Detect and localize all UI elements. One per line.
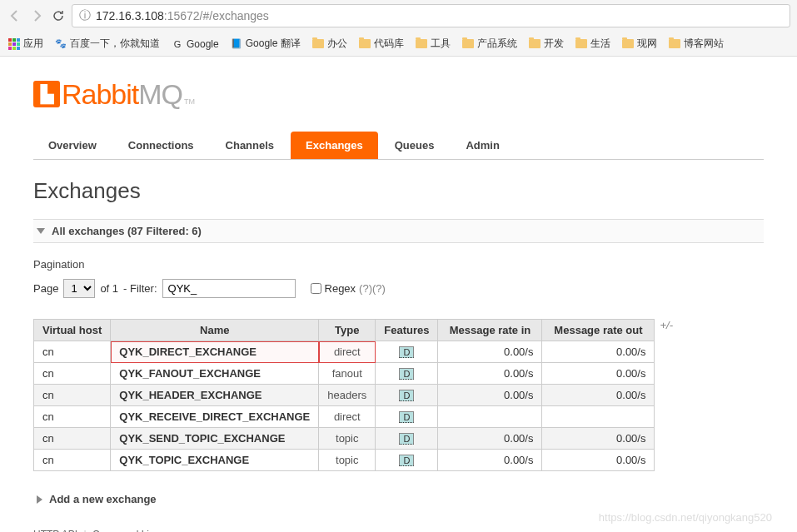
- exchanges-table: Virtual host Name Type Features Message …: [33, 319, 655, 471]
- apps-launcher[interactable]: 应用: [8, 37, 43, 51]
- url-bar[interactable]: ⓘ 172.16.3.108:15672/#/exchanges: [72, 4, 790, 27]
- tab-channels[interactable]: Channels: [211, 132, 290, 159]
- cli-link[interactable]: Command Line: [92, 529, 160, 532]
- th-name[interactable]: Name: [111, 320, 319, 341]
- url-host: 172.16.3.108: [96, 9, 164, 22]
- info-icon: ⓘ: [79, 8, 91, 23]
- cell-rate-out: 0.00/s: [542, 428, 655, 450]
- bookmark-item[interactable]: 工具: [416, 37, 451, 51]
- footer-sep: |: [83, 529, 86, 532]
- bookmark-item[interactable]: 📘Google 翻译: [231, 37, 301, 51]
- section-all-label: All exchanges (87 Filtered: 6): [52, 225, 202, 237]
- page-label: Page: [33, 282, 58, 295]
- cell-vhost: cn: [34, 363, 111, 385]
- cell-rate-out: 0.00/s: [542, 450, 655, 471]
- of-label: of 1: [100, 282, 118, 295]
- th-vhost[interactable]: Virtual host: [34, 320, 111, 341]
- filter-label: - Filter:: [123, 282, 157, 295]
- back-icon[interactable]: [7, 7, 23, 24]
- bookmark-item[interactable]: 产品系统: [462, 37, 517, 51]
- bookmark-item[interactable]: 博客网站: [669, 37, 724, 51]
- regex-checkbox[interactable]: [311, 283, 321, 294]
- bookmark-item[interactable]: 办公: [312, 37, 347, 51]
- cell-rate-in: 0.00/s: [438, 385, 542, 406]
- tab-exchanges[interactable]: Exchanges: [291, 132, 378, 159]
- cell-features: D: [376, 363, 438, 385]
- cell-rate-out: [542, 406, 655, 428]
- nav-tabs: OverviewConnectionsChannelsExchangesQueu…: [33, 132, 764, 160]
- cell-type: topic: [319, 428, 376, 450]
- logo-tm: TM: [184, 97, 195, 106]
- tab-admin[interactable]: Admin: [451, 132, 514, 159]
- bookmark-item[interactable]: 代码库: [359, 37, 404, 51]
- cell-name[interactable]: QYK_SEND_TOPIC_EXCHANGE: [111, 428, 319, 450]
- rabbitmq-logo: ▙ RabbitMQ TM: [33, 77, 764, 111]
- bookmark-item[interactable]: GGoogle: [172, 37, 219, 51]
- cell-rate-out: 0.00/s: [542, 341, 655, 363]
- bookmark-item[interactable]: 开发: [529, 37, 564, 51]
- folder-icon: [416, 39, 427, 48]
- cell-vhost: cn: [34, 428, 111, 450]
- cell-rate-in: 0.00/s: [438, 363, 542, 385]
- reload-icon[interactable]: [50, 7, 67, 24]
- durable-badge: D: [399, 455, 414, 466]
- section-add-exchange[interactable]: Add a new exchange: [33, 488, 764, 510]
- section-all-exchanges[interactable]: All exchanges (87 Filtered: 6): [33, 219, 764, 243]
- cell-name[interactable]: QYK_FANOUT_EXCHANGE: [111, 363, 319, 385]
- pagination-controls: Page 1 of 1 - Filter: Regex (?)(?): [33, 279, 764, 298]
- tab-overview[interactable]: Overview: [33, 132, 112, 159]
- th-type[interactable]: Type: [319, 320, 376, 341]
- table-row: cnQYK_SEND_TOPIC_EXCHANGEtopicD0.00/s0.0…: [34, 428, 655, 450]
- pagination-heading: Pagination: [33, 258, 764, 271]
- regex-label: Regex: [325, 282, 356, 295]
- cell-type: fanout: [319, 363, 376, 385]
- th-features[interactable]: Features: [376, 320, 438, 341]
- bookmark-item[interactable]: 现网: [622, 37, 657, 51]
- folder-icon: [529, 39, 540, 48]
- filter-input[interactable]: [162, 279, 296, 298]
- th-rate-out[interactable]: Message rate out: [542, 320, 655, 341]
- durable-badge: D: [399, 411, 414, 423]
- cell-vhost: cn: [34, 341, 111, 363]
- cell-name[interactable]: QYK_TOPIC_EXCHANGE: [111, 450, 319, 471]
- cell-rate-out: 0.00/s: [542, 363, 655, 385]
- folder-icon: [462, 39, 474, 48]
- chevron-down-icon: [37, 228, 45, 234]
- bookmarks-bar: 应用 🐾百度一下，你就知道GGoogle📘Google 翻译办公代码库工具产品系…: [0, 32, 797, 56]
- cell-features: D: [376, 450, 438, 471]
- forward-icon[interactable]: [28, 7, 45, 24]
- cell-features: D: [376, 385, 438, 406]
- page-select[interactable]: 1: [63, 279, 95, 298]
- cell-name[interactable]: QYK_HEADER_EXCHANGE: [111, 385, 319, 406]
- bookmark-item[interactable]: 🐾百度一下，你就知道: [55, 37, 160, 51]
- section-add-label: Add a new exchange: [49, 493, 157, 505]
- cell-name[interactable]: QYK_DIRECT_EXCHANGE: [111, 341, 319, 363]
- table-row: cnQYK_RECEIVE_DIRECT_EXCHANGEdirectD: [34, 406, 655, 428]
- regex-help[interactable]: (?)(?): [359, 282, 386, 295]
- logo-mq: MQ: [138, 78, 182, 111]
- http-api-link[interactable]: HTTP API: [33, 529, 77, 532]
- cell-type: headers: [319, 385, 376, 406]
- cell-features: D: [376, 341, 438, 363]
- url-port: :15672: [164, 9, 200, 22]
- cell-vhost: cn: [34, 385, 111, 406]
- nav-bar: ⓘ 172.16.3.108:15672/#/exchanges: [0, 0, 797, 32]
- main-content: ▙ RabbitMQ TM OverviewConnectionsChannel…: [0, 57, 797, 532]
- bookmark-item[interactable]: 生活: [575, 37, 610, 51]
- cell-rate-in: 0.00/s: [438, 428, 542, 450]
- table-columns-toggle[interactable]: +/-: [660, 319, 673, 331]
- table-row: cnQYK_TOPIC_EXCHANGEtopicD0.00/s0.00/s: [34, 450, 655, 471]
- cell-type: direct: [319, 341, 376, 363]
- cell-rate-in: 0.00/s: [438, 341, 542, 363]
- table-row: cnQYK_DIRECT_EXCHANGEdirectD0.00/s0.00/s: [34, 341, 655, 363]
- tab-connections[interactable]: Connections: [113, 132, 209, 159]
- cell-name[interactable]: QYK_RECEIVE_DIRECT_EXCHANGE: [111, 406, 319, 428]
- cell-vhost: cn: [34, 450, 111, 471]
- table-row: cnQYK_HEADER_EXCHANGEheadersD0.00/s0.00/…: [34, 385, 655, 406]
- folder-icon: [312, 39, 324, 48]
- cell-rate-out: 0.00/s: [542, 385, 655, 406]
- tab-queues[interactable]: Queues: [380, 132, 450, 159]
- table-row: cnQYK_FANOUT_EXCHANGEfanoutD0.00/s0.00/s: [34, 363, 655, 385]
- url-path: /#/exchanges: [200, 9, 269, 22]
- th-rate-in[interactable]: Message rate in: [438, 320, 542, 341]
